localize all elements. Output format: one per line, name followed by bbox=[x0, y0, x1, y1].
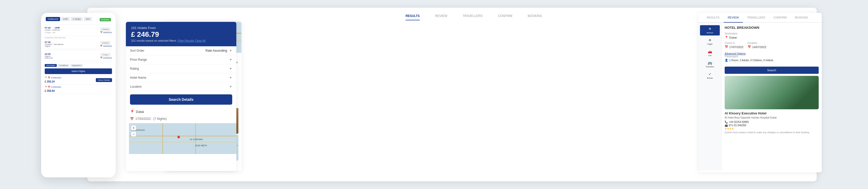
advanced-options-link[interactable]: Advanced Options bbox=[725, 52, 819, 55]
review-sidebar: ✈ Airlines ✈ Flight 🚗 Car 🚌 Transfers ✓ bbox=[699, 23, 721, 170]
nav-review[interactable]: REVIEW bbox=[435, 14, 447, 20]
review-hotel-img-inner bbox=[725, 76, 819, 109]
hotels-from-label: 101 Hotels From bbox=[131, 26, 231, 30]
nav-results[interactable]: RESULTS bbox=[406, 14, 420, 20]
destination-value: 📍 Dubai bbox=[725, 36, 819, 39]
location-filter[interactable]: Location ▼ bbox=[126, 82, 236, 91]
sidebar-flight[interactable]: ✈ Flight bbox=[700, 36, 720, 47]
airline-logo-1: Lufthansa bbox=[100, 27, 111, 31]
price-row-2: 📍 📅 27/09/2022 £ 356.84 bbox=[45, 85, 112, 94]
hotel-name-filter[interactable]: Hotel Name ▼ bbox=[126, 73, 236, 82]
flight-route-to-2: Zagreb bbox=[45, 45, 63, 47]
sort-order-filter[interactable]: Sort Order Rate Ascending ▼ bbox=[126, 46, 236, 55]
price-range-filter[interactable]: Price Range ▼ bbox=[126, 55, 236, 64]
select-flights-button[interactable]: Select Flights bbox=[45, 69, 112, 74]
mobile-tab-stops[interactable]: 2 Stops bbox=[71, 17, 83, 21]
rating-filter[interactable]: Rating ▼ bbox=[126, 64, 236, 73]
svg-text:AL KARAMA: AL KARAMA bbox=[190, 138, 203, 141]
flight-row-1: 07:20 → UHR London - Heathrow 2 Stops · … bbox=[45, 25, 112, 36]
mobile-tab-24v[interactable]: 24V bbox=[84, 17, 92, 21]
extras-label: Extras bbox=[707, 77, 713, 79]
mobile-tabs: Outbound LHR 2 Stops 24V bbox=[46, 17, 92, 21]
flight-label: Flight bbox=[708, 43, 713, 45]
mobile-panel: Outbound LHR 2 Stops 24V Available 07:20… bbox=[41, 13, 116, 178]
flight-route-from-2: Frankfurt - International bbox=[45, 44, 63, 45]
hotel-name-chevron: ▼ bbox=[229, 76, 232, 79]
passengers-group: Passengers 👤 1 Room, 2 Adults, 0 Childre… bbox=[725, 55, 819, 62]
destination-label: Destination bbox=[725, 32, 819, 35]
conditions-tab[interactable]: Conditions bbox=[58, 64, 69, 67]
price-range-chevron: ▼ bbox=[229, 58, 232, 61]
sidebar-car[interactable]: 🚗 Car bbox=[700, 48, 720, 58]
search-details-button[interactable]: Search Details bbox=[130, 94, 232, 105]
airline-logo-2: Lufthansa bbox=[100, 41, 111, 45]
clear-all-link[interactable]: Clear All bbox=[195, 39, 206, 42]
svg-rect-2 bbox=[129, 142, 236, 142]
passengers-icon: 👤 bbox=[725, 59, 728, 62]
top-navigation: RESULTS REVIEW TRAVELLERS CONFIRM BOOKIN… bbox=[126, 14, 822, 20]
connection-time: Connection Time 32h 51m bbox=[45, 36, 112, 39]
sidebar-airlines[interactable]: ✈ Airlines bbox=[700, 25, 720, 35]
location-chevron: ▼ bbox=[229, 85, 232, 88]
flight-route-3: Zagreb bbox=[45, 55, 54, 57]
rating-label: Rating bbox=[130, 67, 139, 71]
main-container: RESULTS REVIEW TRAVELLERS CONFIRM BOOKIN… bbox=[0, 0, 868, 189]
svg-rect-3 bbox=[162, 123, 163, 154]
transfers-label: Transfers bbox=[706, 65, 714, 68]
car-icon: 🚗 bbox=[708, 49, 712, 53]
airlines-icon: ✈ bbox=[709, 27, 712, 31]
extras-icon: ✓ bbox=[709, 72, 712, 76]
review-hotel-name: Al Khoory Executive Hotel bbox=[725, 111, 819, 115]
review-search-button[interactable]: Search bbox=[725, 66, 819, 74]
checkin-icon: 📅 bbox=[725, 45, 728, 49]
review-content: ✈ Airlines ✈ Flight 🚗 Car 🚌 Transfers ✓ bbox=[699, 23, 822, 170]
price-row-1: 📍 📅 27/09/2022 £ 355.24 Show Details bbox=[45, 76, 112, 85]
nav-travellers[interactable]: TRAVELLERS bbox=[463, 14, 483, 20]
map-zoom-in[interactable]: + bbox=[131, 125, 136, 130]
flight-arrow-1: → bbox=[52, 27, 54, 29]
review-hotel-image bbox=[725, 76, 819, 109]
destination-icon: 📍 bbox=[725, 36, 728, 39]
duration-value: 📅 14/07/2022 bbox=[747, 45, 766, 49]
show-details-btn-1[interactable]: Show Details bbox=[96, 78, 112, 82]
fax-icon: 📠 bbox=[725, 124, 728, 127]
flight-date-2: 📅19/09/2022 bbox=[100, 45, 112, 47]
flight-time-from-1: 07:20 bbox=[45, 26, 51, 29]
destination-group: Destination 📍 Dubai bbox=[725, 32, 819, 39]
checkin-group: Check In 📅 17/07/2022 bbox=[725, 42, 743, 49]
flight-time-from-2: 07:30 bbox=[45, 41, 51, 44]
hotel-name-label: Hotel Name bbox=[130, 76, 146, 79]
nav-confirm[interactable]: CONFIRM bbox=[498, 14, 512, 20]
date-value: 17/03/2022 · (7 Nights) bbox=[135, 117, 167, 120]
sidebar-transfers[interactable]: 🚌 Transfers bbox=[700, 59, 720, 70]
flight-time-from-3: 24:00 bbox=[45, 53, 51, 55]
nav-booking[interactable]: BOOKING bbox=[528, 14, 542, 20]
location-name: Dubai bbox=[136, 110, 144, 114]
hotel-results-section: 101 Hotels From £ 246.79 101 results bas… bbox=[126, 22, 236, 171]
mini-map: AL SUFOUH AL KARAMA DUD META + − bbox=[129, 123, 236, 154]
calendar-icon: 📅 bbox=[130, 117, 134, 120]
svg-rect-0 bbox=[129, 123, 236, 154]
info-tab[interactable]: Information bbox=[45, 64, 57, 67]
flight-date-1: 📅18/08/2022 bbox=[100, 31, 112, 33]
map-zoom-out[interactable]: − bbox=[131, 131, 136, 137]
mobile-tab-outbound[interactable]: Outbound bbox=[46, 17, 60, 21]
upgrade-tab[interactable]: Upgrade/LJ bbox=[70, 64, 83, 67]
airline-logo-3: Croatia bbox=[100, 53, 111, 57]
passengers-value: 👤 1 Room, 2 Adults, 0 Children, 0 Infant… bbox=[725, 59, 819, 62]
location-pin-icon: 📍 bbox=[130, 110, 134, 114]
flight-route-to-3: Dubrovnik bbox=[45, 57, 54, 59]
price-1: £ 355.24 bbox=[45, 80, 55, 83]
location-display: 📍 Dubai bbox=[126, 108, 236, 116]
bottom-tabs: Information Conditions Upgrade/LJ bbox=[45, 64, 112, 67]
flight-icon: ✈ bbox=[709, 38, 712, 42]
warning-text: Guests must contact a hotel to make any … bbox=[725, 131, 819, 134]
review-main: HOTEL BREAKDOWN Destination 📍 Dubai Chec… bbox=[721, 23, 822, 170]
airlines-label: Airlines bbox=[706, 32, 713, 34]
svg-rect-1 bbox=[129, 136, 236, 137]
filter-results-link[interactable]: Filter Results bbox=[178, 39, 194, 42]
results-header: 101 Hotels From £ 246.79 101 results bas… bbox=[126, 22, 236, 46]
mobile-tab-lhr[interactable]: LHR bbox=[61, 17, 70, 21]
sidebar-extras[interactable]: ✓ Extras bbox=[700, 71, 720, 81]
hotel-breakdown-title: HOTEL BREAKDOWN bbox=[725, 26, 819, 30]
